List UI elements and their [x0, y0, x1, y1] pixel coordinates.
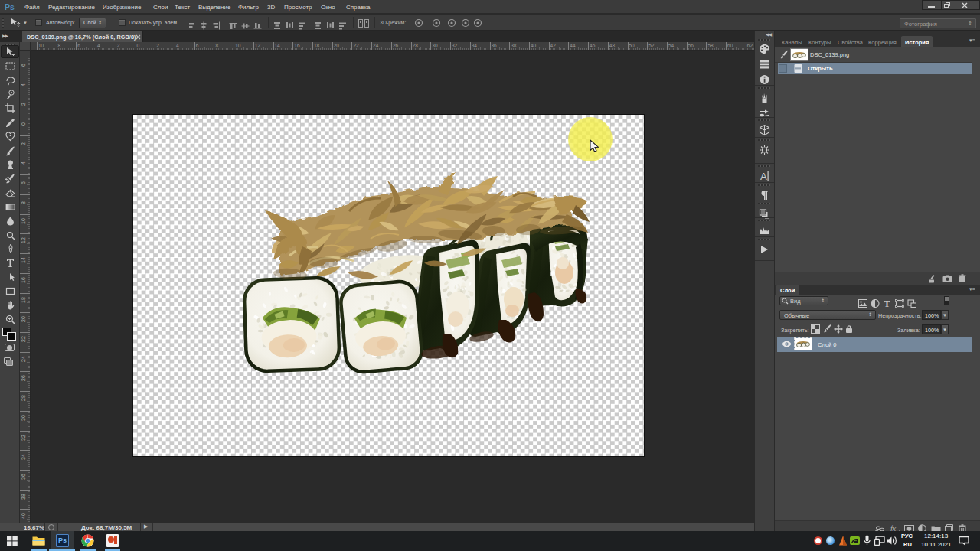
- svg-text:A: A: [760, 171, 767, 182]
- svg-text:T: T: [884, 299, 890, 308]
